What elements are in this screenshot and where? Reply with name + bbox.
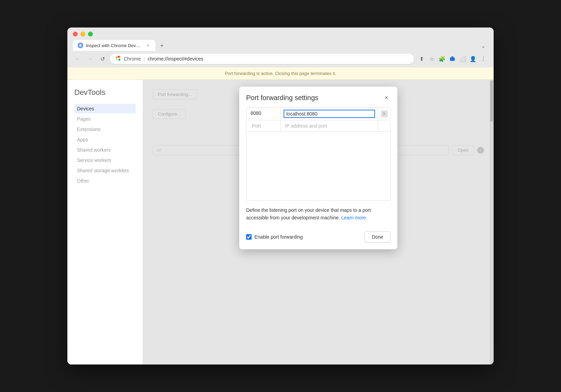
sidebar: DevTools Devices Pages Extensions Apps S…: [67, 80, 143, 364]
profile-button[interactable]: 👤: [468, 54, 478, 64]
reload-button[interactable]: ↺: [98, 54, 107, 64]
modal-description: Define the listening port on your device…: [239, 201, 397, 227]
tab-list-button[interactable]: ⌄: [478, 41, 488, 51]
modal-title: Port forwarding settings: [246, 94, 318, 102]
svg-point-0: [79, 44, 81, 46]
svg-rect-4: [451, 56, 453, 58]
new-tab-button[interactable]: +: [157, 41, 167, 51]
browser-tab[interactable]: Inspect with Chrome Develope ×: [73, 40, 155, 51]
address-placeholder-text: IP address and port: [284, 122, 328, 129]
port-forwarding-checkbox[interactable]: [246, 234, 252, 240]
port-forwarding-modal: Port forwarding settings × 8080: [239, 87, 397, 249]
sidebar-item-devices[interactable]: Devices: [74, 104, 136, 113]
port-placeholder-text: Port: [251, 122, 262, 129]
browser-window: Inspect with Chrome Develope × + ⌄ ← → ↺: [67, 28, 494, 364]
sidebar-item-shared-storage-worklets[interactable]: Shared storage worklets: [74, 166, 136, 175]
share-button[interactable]: ⬆: [417, 54, 426, 64]
sidebar-item-extensions[interactable]: Extensions: [74, 124, 136, 134]
title-bar: Inspect with Chrome Develope × + ⌄: [67, 28, 494, 51]
forward-button[interactable]: →: [85, 54, 95, 64]
notification-text: Port forwarding is active. Closing this …: [225, 71, 336, 76]
delete-row-button[interactable]: ×: [381, 110, 388, 117]
checkbox-label-text: Enable port forwarding: [254, 234, 303, 240]
sidebar-item-apps[interactable]: Apps: [74, 135, 136, 144]
toolbar-actions: ⬆ ☆ 🧩 ⬜ 👤 ⋮: [417, 54, 488, 64]
modal-close-button[interactable]: ×: [382, 94, 390, 102]
notification-bar: Port forwarding is active. Closing this …: [67, 67, 494, 80]
placeholder-action-cell: [378, 120, 390, 131]
address-text: Chrome | chrome://inspect/#devices: [124, 56, 409, 62]
address-placeholder-cell[interactable]: IP address and port: [281, 120, 378, 131]
port-value: 8080: [251, 110, 261, 116]
port-cell-value: 8080: [246, 108, 281, 120]
maximize-window-button[interactable]: [88, 32, 93, 36]
chrome-icon: [115, 56, 121, 62]
modal-footer: Enable port forwarding Done: [239, 227, 397, 249]
port-table: 8080 × Port: [246, 107, 390, 201]
page-content: Port forwarding... Configure... url Open…: [143, 80, 494, 364]
tab-favicon: [78, 43, 83, 48]
port-forwarding-checkbox-label[interactable]: Enable port forwarding: [246, 234, 361, 240]
address-input[interactable]: Chrome | chrome://inspect/#devices: [110, 54, 414, 64]
port-row-delete[interactable]: ×: [378, 108, 390, 120]
tab-title: Inspect with Chrome Develope: [86, 43, 142, 48]
port-empty-area: [246, 132, 390, 200]
port-placeholder-cell[interactable]: Port: [246, 120, 281, 131]
sidebar-title: DevTools: [74, 88, 136, 97]
sidebar-item-shared-workers[interactable]: Shared workers: [74, 145, 136, 155]
modal-header: Port forwarding settings ×: [239, 87, 397, 107]
main-content: DevTools Devices Pages Extensions Apps S…: [67, 80, 494, 364]
tab-close-button[interactable]: ×: [145, 43, 151, 48]
sidebar-nav: Devices Pages Extensions Apps Shared wor…: [74, 104, 136, 186]
address-url: chrome://inspect/#devices: [147, 56, 203, 62]
address-input-field[interactable]: [284, 110, 375, 118]
close-window-button[interactable]: [73, 32, 78, 36]
svg-point-2: [117, 58, 119, 60]
tab-bar: Inspect with Chrome Develope × + ⌄: [73, 40, 488, 51]
sidebar-item-service-workers[interactable]: Service workers: [74, 155, 136, 165]
port-row-placeholder: Port IP address and port: [246, 120, 390, 132]
extensions-button[interactable]: 🧩: [437, 54, 447, 64]
address-cell[interactable]: [281, 108, 378, 120]
port-row-filled: 8080 ×: [246, 108, 390, 120]
sidebar-item-other[interactable]: Other: [74, 176, 136, 186]
back-button[interactable]: ←: [73, 54, 82, 64]
modal-overlay: Port forwarding settings × 8080: [143, 80, 494, 364]
learn-more-link[interactable]: Learn more: [341, 215, 366, 220]
traffic-lights: [73, 32, 488, 36]
address-brand: Chrome: [124, 56, 141, 62]
split-view-button[interactable]: ⬜: [458, 54, 468, 64]
bookmark-button[interactable]: ☆: [427, 54, 437, 64]
done-button[interactable]: Done: [365, 231, 390, 242]
sidebar-item-pages[interactable]: Pages: [74, 114, 136, 124]
address-bar: ← → ↺ Chrome | chrome://inspect/#devices…: [67, 51, 494, 67]
menu-button[interactable]: ⋮: [478, 54, 488, 64]
extension-active-button[interactable]: [448, 54, 457, 64]
minimize-window-button[interactable]: [80, 32, 85, 36]
